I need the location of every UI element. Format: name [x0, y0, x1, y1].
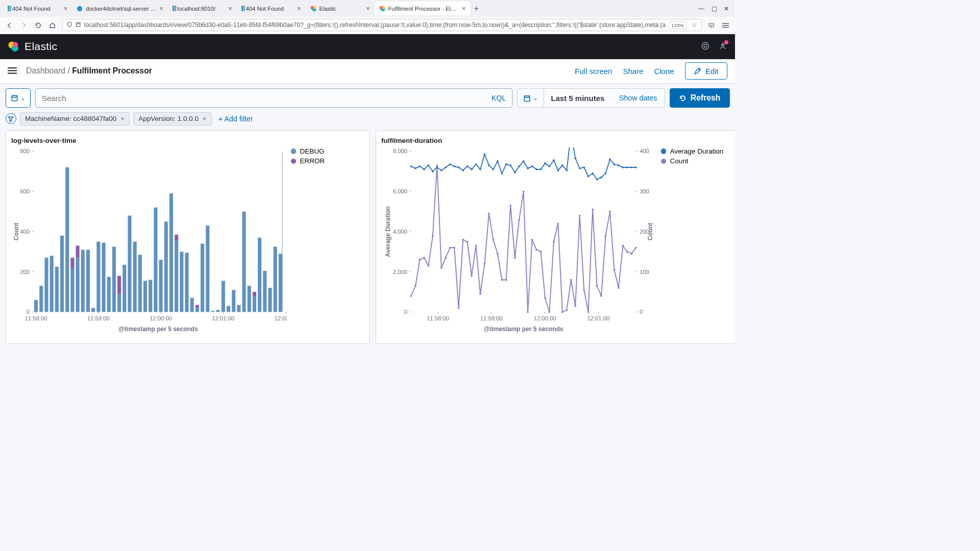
- close-icon[interactable]: ×: [159, 5, 163, 12]
- svg-rect-68: [206, 226, 209, 312]
- svg-point-119: [419, 259, 421, 261]
- elastic-logo-icon: [8, 41, 19, 53]
- favicon-icon: [77, 6, 83, 12]
- search-box[interactable]: KQL: [35, 88, 512, 108]
- remove-filter-icon[interactable]: ×: [120, 115, 125, 122]
- bookmark-icon[interactable]: ☆: [692, 21, 697, 29]
- close-icon[interactable]: ×: [462, 5, 465, 12]
- legend-dot-icon: [291, 148, 297, 154]
- legend-item[interactable]: ERROR: [291, 157, 364, 165]
- legend-item[interactable]: Average Duration: [661, 147, 734, 155]
- svg-rect-60: [175, 240, 178, 312]
- refresh-button[interactable]: Refresh: [670, 88, 729, 108]
- svg-point-184: [471, 168, 473, 170]
- tab[interactable]: 404 Not Found×: [3, 2, 72, 15]
- close-icon[interactable]: ×: [228, 5, 232, 12]
- new-tab-button[interactable]: +: [474, 4, 479, 13]
- svg-rect-64: [190, 298, 194, 312]
- svg-rect-42: [86, 249, 90, 312]
- filter-menu-button[interactable]: [6, 113, 16, 124]
- user-profile-icon[interactable]: [718, 41, 727, 52]
- calendar-button[interactable]: ⌄: [518, 89, 544, 107]
- svg-rect-82: [274, 246, 277, 312]
- svg-rect-69: [211, 311, 214, 312]
- svg-point-202: [549, 165, 551, 167]
- svg-point-217: [614, 163, 616, 165]
- edit-button[interactable]: Edit: [685, 62, 727, 80]
- svg-point-161: [600, 295, 602, 297]
- svg-rect-9: [722, 27, 729, 28]
- close-icon[interactable]: ×: [366, 5, 370, 12]
- svg-point-203: [553, 159, 555, 161]
- tab[interactable]: docker4dotnet/sql-server Tags×: [72, 2, 168, 15]
- svg-rect-33: [50, 256, 54, 312]
- svg-point-190: [497, 160, 499, 162]
- search-input[interactable]: [42, 94, 487, 103]
- svg-point-221: [630, 166, 632, 168]
- forward-icon[interactable]: [19, 20, 29, 31]
- close-window-icon[interactable]: ✕: [724, 5, 729, 12]
- tab[interactable]: 404 Not Found×: [237, 2, 306, 15]
- back-icon[interactable]: [5, 20, 14, 31]
- svg-point-152: [561, 311, 564, 313]
- svg-text:200: 200: [20, 268, 30, 274]
- legend-item[interactable]: Count: [661, 157, 734, 165]
- add-filter-button[interactable]: + Add filter: [218, 115, 253, 123]
- remove-filter-icon[interactable]: ×: [203, 115, 207, 122]
- tab[interactable]: localhost:8010/×: [168, 2, 237, 15]
- share-button[interactable]: Share: [623, 67, 643, 76]
- page-info-icon[interactable]: [76, 21, 81, 29]
- breadcrumb-root[interactable]: Dashboard: [26, 66, 65, 75]
- nav-toggle-icon[interactable]: [8, 66, 17, 77]
- app-menu-icon[interactable]: [721, 20, 730, 31]
- svg-point-173: [423, 168, 425, 170]
- svg-point-198: [531, 165, 533, 167]
- svg-point-117: [410, 295, 412, 297]
- news-feed-icon[interactable]: [701, 41, 710, 52]
- kql-toggle[interactable]: KQL: [492, 94, 506, 102]
- maximize-icon[interactable]: ▢: [712, 5, 717, 12]
- svg-point-159: [592, 209, 594, 211]
- date-range-label[interactable]: Last 5 minutes: [544, 94, 611, 103]
- svg-rect-72: [227, 306, 230, 312]
- svg-rect-39: [76, 258, 80, 312]
- svg-rect-43: [91, 308, 95, 312]
- svg-text:Count: Count: [647, 222, 654, 240]
- svg-rect-55: [149, 280, 152, 312]
- home-icon[interactable]: [47, 20, 57, 31]
- line-chart[interactable]: 02,0004,0006,0008,000010020030040011:58:…: [381, 147, 657, 335]
- reload-icon[interactable]: [33, 20, 43, 31]
- tab[interactable]: Elastic×: [306, 2, 375, 15]
- tab-active[interactable]: Fulfilment Processor - Elastic×: [375, 2, 471, 15]
- close-icon[interactable]: ×: [297, 5, 301, 12]
- svg-point-214: [600, 177, 602, 179]
- svg-text:12:00:00: 12:00:00: [150, 315, 172, 321]
- clone-button[interactable]: Clone: [654, 67, 674, 76]
- svg-point-139: [505, 279, 507, 281]
- svg-rect-47: [112, 246, 116, 312]
- svg-text:400: 400: [20, 229, 30, 235]
- date-picker: ⌄ Last 5 minutes Show dates: [517, 88, 665, 108]
- svg-point-218: [618, 164, 620, 166]
- svg-rect-49: [117, 276, 121, 293]
- logo[interactable]: Elastic: [8, 40, 57, 53]
- fullscreen-button[interactable]: Full screen: [575, 67, 612, 76]
- svg-text:@timestamp per 5 seconds: @timestamp per 5 seconds: [118, 325, 198, 333]
- svg-point-135: [488, 212, 490, 214]
- svg-point-204: [557, 169, 559, 171]
- svg-rect-45: [102, 242, 105, 312]
- pocket-icon[interactable]: [706, 20, 716, 31]
- shield-icon[interactable]: [66, 21, 72, 29]
- show-dates-button[interactable]: Show dates: [611, 94, 665, 102]
- zoom-badge[interactable]: 133%: [669, 21, 686, 29]
- svg-point-176: [436, 166, 438, 168]
- filter-pill[interactable]: AppVersion: 1.0.0.0×: [133, 112, 211, 126]
- url-bar[interactable]: localhost:5601/app/dashboards#/view/075b…: [62, 19, 702, 31]
- legend-item[interactable]: DEBUG: [291, 147, 364, 155]
- svg-point-215: [605, 172, 607, 174]
- minimize-icon[interactable]: —: [698, 5, 704, 12]
- filter-pill[interactable]: MachineName: cc488047fa00×: [20, 112, 130, 126]
- close-icon[interactable]: ×: [64, 5, 67, 12]
- saved-query-button[interactable]: ⌄: [6, 88, 31, 108]
- bar-chart[interactable]: 020040060080011:58:0011:59:0012:00:0012:…: [11, 147, 287, 335]
